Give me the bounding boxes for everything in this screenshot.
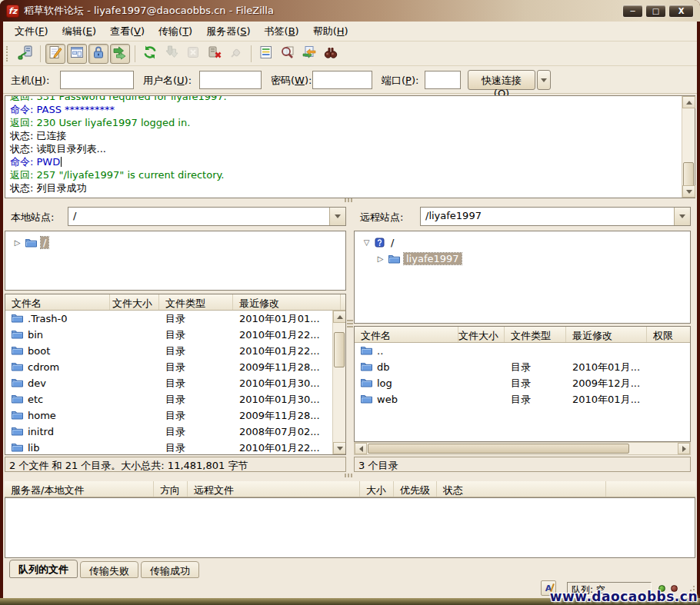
- file-row[interactable]: lib目录2010年01月22...: [5, 440, 332, 454]
- chevron-expanded-icon[interactable]: ▽: [362, 238, 371, 247]
- scroll-up-button[interactable]: [333, 311, 346, 323]
- file-name: bin: [28, 329, 43, 341]
- file-row[interactable]: .Trash-0目录2010年01月01...: [5, 311, 332, 327]
- file-row[interactable]: boot目录2010年01月22...: [5, 343, 332, 359]
- file-cell: 2010年01月22...: [233, 441, 332, 455]
- scroll-down-button[interactable]: [333, 442, 346, 454]
- tree-item-liyafe1997[interactable]: ▷liyafe1997: [355, 251, 690, 267]
- file-row[interactable]: etc目录2010年01月30...: [5, 391, 332, 407]
- tab-failed-transfers[interactable]: 传输失败: [80, 561, 138, 578]
- find-files-button[interactable]: [321, 44, 341, 64]
- toggle-remote-tree-button[interactable]: [88, 44, 108, 64]
- file-row[interactable]: bin目录2010年01月22...: [5, 327, 332, 343]
- column-header[interactable]: 文件大小: [458, 327, 505, 342]
- file-name-cell: bin: [5, 329, 110, 341]
- site-manager-button[interactable]: [15, 44, 35, 64]
- menu-item-transfer[interactable]: 传输(T): [152, 22, 199, 42]
- file-name-cell: etc: [5, 394, 110, 406]
- file-row[interactable]: log目录2009年12月...: [355, 375, 690, 391]
- chevron-collapsed-icon[interactable]: ▷: [376, 254, 385, 263]
- scrollbar-thumb[interactable]: [334, 332, 345, 367]
- column-header[interactable]: 远程文件: [188, 481, 360, 497]
- quickconnect-button[interactable]: 快速连接(Q): [468, 70, 535, 90]
- tab-successful-transfers[interactable]: 传输成功: [141, 561, 199, 578]
- tree-item-[interactable]: ▷/: [5, 234, 345, 251]
- scroll-up-button[interactable]: [682, 96, 695, 108]
- title-bar[interactable]: fz 稻草软件论坛 - liyafe1997@daocaobbs.cn - Fi…: [0, 0, 700, 22]
- column-header[interactable]: 文件类型: [505, 327, 566, 342]
- menu-item-bookmarks[interactable]: 书签(B): [258, 22, 306, 42]
- minimize-button[interactable]: ─: [622, 5, 643, 18]
- close-button[interactable]: X: [668, 5, 694, 18]
- column-header[interactable]: 服务器/本地文件: [5, 481, 154, 497]
- file-row[interactable]: dev目录2010年01月30...: [5, 375, 332, 391]
- file-row[interactable]: cdrom目录2009年11月28...: [5, 359, 332, 375]
- toggle-queue-button[interactable]: [110, 44, 130, 64]
- port-input[interactable]: [425, 71, 461, 89]
- combo-dropdown-button[interactable]: [329, 208, 345, 225]
- column-header[interactable]: 优先级: [394, 481, 437, 497]
- file-row[interactable]: db目录2010年01月...: [355, 359, 690, 375]
- quickconnect-dropdown-button[interactable]: [537, 70, 551, 90]
- chevron-collapsed-icon[interactable]: ▷: [13, 238, 22, 247]
- arrow-up-icon: [337, 315, 343, 319]
- scroll-right-button[interactable]: [678, 443, 690, 454]
- column-header[interactable]: 方向: [154, 481, 188, 497]
- password-input[interactable]: [312, 71, 372, 89]
- column-header[interactable]: 文件名: [5, 294, 110, 310]
- toolbar-grip[interactable]: [6, 46, 10, 61]
- tree-item-label: /: [388, 237, 396, 248]
- scrollbar-thumb[interactable]: [368, 444, 629, 454]
- file-name-cell: lib: [5, 442, 110, 454]
- log-line-status: 状态: 列目录成功: [10, 181, 681, 194]
- log-line-text: PWD: [37, 156, 61, 168]
- scrollbar-thumb[interactable]: [683, 162, 694, 188]
- remote-site-combo[interactable]: /liyafe1997: [420, 207, 691, 226]
- disconnect-button[interactable]: [205, 44, 225, 64]
- column-header[interactable]: 权限: [647, 327, 690, 342]
- column-header[interactable]: 文件类型: [159, 294, 233, 310]
- message-log-scrollbar[interactable]: [682, 96, 695, 198]
- combo-dropdown-button[interactable]: [674, 208, 690, 225]
- remote-list-hscrollbar[interactable]: [354, 442, 691, 455]
- synchronized-browsing-button[interactable]: [299, 44, 319, 64]
- local-site-combo[interactable]: /: [68, 207, 346, 226]
- username-input[interactable]: [199, 71, 262, 89]
- file-row[interactable]: web目录2010年01月...: [355, 391, 690, 407]
- pane-splitter-grip[interactable]: [347, 320, 353, 327]
- maximize-button[interactable]: □: [645, 5, 666, 18]
- file-row[interactable]: initrd目录2008年07月02...: [5, 424, 332, 440]
- local-list-scrollbar[interactable]: [332, 311, 345, 454]
- file-name: log: [377, 377, 392, 389]
- queue-splitter-grip[interactable]: [345, 474, 352, 477]
- column-header[interactable]: 文件名: [355, 327, 458, 342]
- menu-item-file[interactable]: 文件(F): [8, 22, 55, 42]
- refresh-button[interactable]: [140, 44, 160, 64]
- directory-comparison-button[interactable]: [278, 44, 298, 64]
- scroll-left-button[interactable]: [355, 443, 367, 454]
- column-header[interactable]: 文件大小: [110, 294, 159, 310]
- toggle-local-tree-button[interactable]: [67, 44, 87, 64]
- reconnect-button: [226, 44, 246, 64]
- host-input[interactable]: [60, 71, 134, 89]
- file-row[interactable]: home目录2009年11月28...: [5, 407, 332, 424]
- column-header[interactable]: 最近修改: [566, 327, 647, 342]
- column-header[interactable]: 状态: [437, 481, 606, 497]
- directory-filters-button[interactable]: [256, 44, 276, 64]
- menu-item-view[interactable]: 查看(V): [103, 22, 152, 42]
- menu-item-help[interactable]: 帮助(H): [306, 22, 355, 42]
- file-row[interactable]: ..: [355, 343, 690, 359]
- tab-queued-files[interactable]: 队列的文件: [9, 560, 78, 578]
- menu-item-edit[interactable]: 编辑(E): [55, 22, 103, 42]
- file-name-cell: .Trash-0: [5, 313, 110, 325]
- column-header[interactable]: 最近修改: [233, 294, 341, 310]
- quickconnect-bar: 主机(H): 用户名(U): 密码(W): 端口(P): 快速连接(Q): [3, 66, 697, 94]
- scroll-down-button[interactable]: [682, 185, 695, 198]
- log-line-command: 命令: PWD: [10, 155, 681, 168]
- tree-item-[interactable]: ▽/: [355, 234, 690, 251]
- log-splitter-grip[interactable]: [345, 198, 352, 202]
- menu-item-server[interactable]: 服务器(S): [199, 22, 257, 42]
- toolbar: [3, 42, 697, 66]
- column-header[interactable]: 大小: [360, 481, 394, 497]
- toggle-message-log-button[interactable]: [45, 44, 65, 64]
